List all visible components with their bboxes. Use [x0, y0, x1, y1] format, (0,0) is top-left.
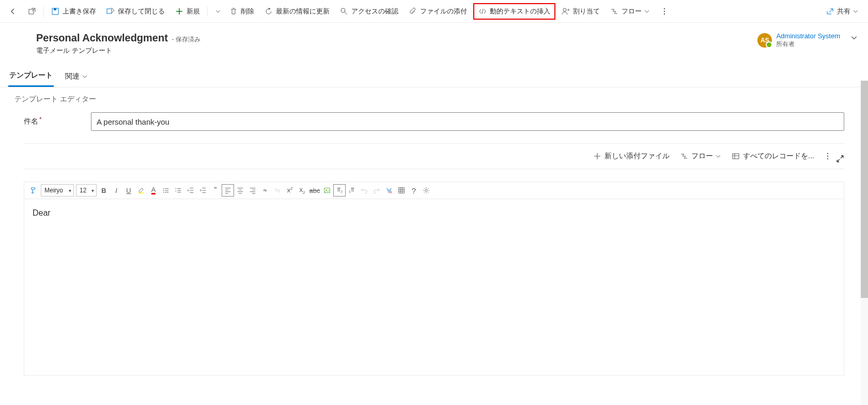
blockquote-button[interactable]: “ — [209, 184, 222, 197]
align-left-icon — [224, 187, 231, 194]
align-left-button[interactable] — [222, 184, 234, 197]
number-list-icon: 12 — [175, 187, 182, 194]
tab-label: テンプレート — [9, 71, 53, 80]
new-button[interactable]: 新規 — [171, 3, 204, 20]
unlink-button[interactable] — [271, 184, 284, 197]
underline-icon: U — [126, 187, 131, 194]
subject-input[interactable]: A personal thank-you — [91, 112, 844, 131]
owner-section[interactable]: AS Administrator System 所有者 — [757, 32, 840, 49]
refresh-button[interactable]: 最新の情報に更新 — [260, 3, 334, 20]
format-painter-icon — [30, 187, 37, 194]
chevron-down-icon — [850, 34, 858, 41]
gear-icon — [423, 187, 430, 194]
highlight-color-button[interactable] — [135, 184, 147, 197]
font-size-select[interactable]: 12 — [76, 184, 97, 197]
avatar: AS — [757, 33, 772, 48]
more-vertical-icon — [824, 152, 832, 160]
strikethrough-button[interactable]: abc — [308, 184, 321, 197]
insert-dynamic-text-button[interactable]: 動的テキストの挿入 — [473, 3, 555, 20]
subbar-flow-label: フロー — [691, 152, 713, 161]
save-close-button[interactable]: 保存して閉じる — [102, 3, 169, 20]
popout-icon — [28, 7, 36, 16]
svg-point-5 — [563, 8, 566, 11]
subject-label: 件名* — [24, 117, 91, 126]
delete-label: 削除 — [241, 7, 254, 16]
subscript-icon: x2 — [300, 186, 305, 195]
open-new-window-button[interactable] — [24, 3, 40, 20]
assign-label: 割り当て — [573, 7, 600, 16]
expand-editor-button[interactable] — [836, 155, 844, 163]
save-button[interactable]: 上書き保存 — [47, 3, 100, 20]
size-value: 12 — [80, 187, 86, 194]
expand-icon — [836, 155, 844, 163]
number-list-button[interactable]: 12 — [172, 184, 184, 197]
plus-icon — [593, 152, 601, 160]
svg-point-7 — [664, 10, 665, 11]
delete-button[interactable]: 削除 — [225, 3, 258, 20]
assign-button[interactable]: 割り当て — [557, 3, 604, 20]
separator — [43, 5, 44, 18]
outdent-button[interactable] — [184, 184, 197, 197]
subbar-flow-button[interactable]: フロー — [676, 148, 725, 164]
check-access-button[interactable]: アクセスの確認 — [336, 3, 402, 20]
command-bar-left: 上書き保存 保存して閉じる 新規 削除 最新の情報に更新 アクセスの確認 ファ — [4, 3, 820, 20]
subbar-more-button[interactable] — [820, 148, 835, 164]
editor-body[interactable]: Dear — [24, 199, 844, 375]
settings-button[interactable] — [420, 184, 432, 197]
flow-button[interactable]: フロー — [606, 3, 654, 20]
tab-template[interactable]: テンプレート — [8, 66, 54, 87]
grid-icon — [732, 152, 740, 160]
subscript-button[interactable]: x2 — [296, 184, 308, 197]
redo-button[interactable] — [370, 184, 383, 197]
more-commands-button[interactable] — [656, 3, 673, 20]
rtl-direction-button[interactable] — [346, 184, 358, 197]
table-button[interactable] — [395, 184, 408, 197]
font-color-button[interactable]: A — [147, 184, 160, 197]
svg-rect-21 — [399, 188, 405, 193]
all-records-label: すべてのレコードを... — [743, 152, 814, 161]
format-painter-button[interactable] — [27, 184, 40, 197]
superscript-button[interactable]: x2 — [284, 184, 296, 197]
font-family-select[interactable]: Meiryo — [41, 184, 74, 197]
undo-button[interactable] — [358, 184, 370, 197]
header-expand-button[interactable] — [848, 32, 860, 43]
command-bar: 上書き保存 保存して閉じる 新規 削除 最新の情報に更新 アクセスの確認 ファ — [0, 0, 868, 23]
scrollbar-thumb[interactable] — [861, 81, 868, 298]
clear-format-button[interactable] — [383, 184, 395, 197]
bold-icon: B — [101, 187, 106, 194]
chevron-down-icon — [82, 73, 88, 80]
indent-button[interactable] — [197, 184, 209, 197]
record-header: Personal Acknowledgment - 保存済み 電子メール テンプ… — [0, 23, 868, 55]
eraser-icon — [385, 187, 393, 194]
attach-file-button[interactable]: ファイルの添付 — [405, 3, 471, 20]
save-close-label: 保存して閉じる — [118, 7, 165, 16]
align-center-icon — [237, 187, 244, 194]
underline-button[interactable]: U — [122, 184, 135, 197]
ltr-direction-button[interactable] — [333, 184, 346, 197]
tab-related[interactable]: 関連 — [64, 67, 89, 86]
bullet-list-button[interactable] — [160, 184, 172, 197]
back-button[interactable] — [5, 3, 22, 20]
undo-icon — [361, 187, 368, 194]
new-attachment-label: 新しい添付ファイル — [605, 152, 670, 161]
flow-label: フロー — [622, 7, 642, 16]
all-records-button[interactable]: すべてのレコードを... — [727, 148, 818, 164]
insert-image-button[interactable] — [321, 184, 333, 197]
new-dropdown-button[interactable] — [211, 3, 223, 20]
vertical-scrollbar[interactable] — [861, 81, 868, 405]
bold-button[interactable]: B — [98, 184, 110, 197]
italic-button[interactable]: I — [110, 184, 122, 197]
share-button[interactable]: 共有 — [822, 3, 863, 20]
new-attachment-button[interactable]: 新しい添付ファイル — [589, 148, 674, 164]
svg-point-12 — [827, 158, 828, 159]
owner-role-label: 所有者 — [776, 40, 840, 49]
back-arrow-icon — [9, 7, 18, 16]
align-center-button[interactable] — [234, 184, 246, 197]
align-right-button[interactable] — [246, 184, 259, 197]
separator — [207, 7, 208, 16]
assign-icon — [562, 7, 570, 16]
link-button[interactable] — [259, 184, 271, 197]
svg-rect-0 — [29, 9, 34, 14]
help-button[interactable]: ? — [408, 184, 420, 197]
share-icon — [826, 7, 834, 16]
